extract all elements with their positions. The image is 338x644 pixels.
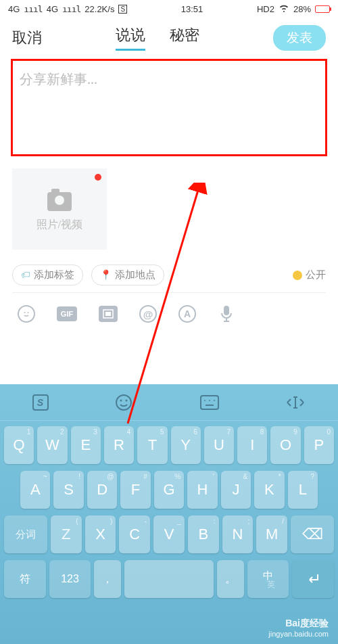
key-x[interactable]: )X <box>85 515 116 553</box>
voice-button[interactable] <box>218 305 235 323</box>
key-w[interactable]: 2W <box>37 426 67 464</box>
notification-dot <box>95 174 101 181</box>
key-f[interactable]: #F <box>120 471 150 509</box>
sim-icon: S <box>118 5 127 14</box>
key-m[interactable]: /M <box>256 515 287 553</box>
keyboard-row-1: 1Q2W3E4R5T6Y7U8I9O0P <box>4 426 334 464</box>
signal-2-icon: ıııl <box>62 4 80 14</box>
key-c[interactable]: -C <box>119 515 150 553</box>
visibility-icon <box>293 271 302 280</box>
key-symbols[interactable]: 符 <box>4 560 46 598</box>
add-tag-button[interactable]: 🏷 添加标签 <box>12 264 83 285</box>
keyboard-emoji-button[interactable] <box>113 392 135 413</box>
svg-rect-3 <box>105 312 111 316</box>
key-s[interactable]: !S <box>53 471 83 509</box>
key-e[interactable]: 3E <box>71 426 101 464</box>
svg-rect-4 <box>224 306 229 315</box>
keyboard-cursor-button[interactable] <box>285 392 306 413</box>
add-tag-label: 添加标签 <box>34 269 74 281</box>
key-language[interactable]: 中 英 <box>247 560 289 598</box>
key-d[interactable]: @D <box>87 471 117 509</box>
hd-indicator: HD2 <box>257 4 274 14</box>
add-location-label: 添加地点 <box>115 269 155 281</box>
key-j[interactable]: &J <box>221 471 251 509</box>
key-segment[interactable]: 分词 <box>4 515 47 553</box>
compose-input[interactable]: 分享新鲜事... <box>11 59 327 156</box>
watermark: Bai度经验 jingyan.baidu.com <box>268 617 329 639</box>
svg-point-10 <box>209 400 210 401</box>
tab-secret[interactable]: 秘密 <box>170 25 199 51</box>
key-enter[interactable] <box>292 560 334 598</box>
template-button[interactable] <box>99 306 118 322</box>
key-u[interactable]: 7U <box>204 426 234 464</box>
key-i[interactable]: 8I <box>237 426 267 464</box>
keyboard-row-4: 符 123 ， 。 中 英 <box>4 560 334 598</box>
gif-button[interactable]: GIF <box>57 306 77 321</box>
svg-point-7 <box>125 399 127 401</box>
svg-point-9 <box>204 400 206 401</box>
key-space[interactable] <box>124 560 214 598</box>
compose-toolbar: GIF @ A <box>0 293 338 334</box>
status-time: 13:51 <box>181 4 203 14</box>
network-2: 4G <box>47 4 58 14</box>
media-row: 照片/视频 <box>0 156 338 250</box>
key-q[interactable]: 1Q <box>4 426 34 464</box>
keyboard-row-2: ~A!S@D#F%G'H&J*K?L <box>4 471 334 509</box>
key-t[interactable]: 5T <box>137 426 167 464</box>
svg-rect-8 <box>201 396 218 409</box>
keyboard-logo[interactable]: S <box>32 394 49 411</box>
status-bar: 4G ıııl 4G ıııl 22.2K/s S 13:51 HD2 28% <box>0 0 338 18</box>
visibility-button[interactable]: 公开 <box>293 269 326 281</box>
key-o[interactable]: 9O <box>270 426 300 464</box>
key-p[interactable]: 0P <box>304 426 334 464</box>
keyboard-layout-button[interactable] <box>199 392 220 413</box>
net-speed: 22.2K/s <box>84 4 114 14</box>
svg-point-6 <box>120 399 122 401</box>
key-a[interactable]: ~A <box>20 471 50 509</box>
publish-button[interactable]: 发表 <box>273 25 326 51</box>
cancel-button[interactable]: 取消 <box>12 28 42 48</box>
wifi-icon <box>279 4 289 14</box>
tag-row: 🏷 添加标签 📍 添加地点 公开 <box>0 250 338 292</box>
network-1: 4G <box>8 4 20 14</box>
key-period[interactable]: 。 <box>217 560 244 598</box>
key-r[interactable]: 4R <box>104 426 134 464</box>
key-g[interactable]: %G <box>154 471 184 509</box>
key-l[interactable]: ?L <box>288 471 318 509</box>
svg-point-5 <box>116 395 131 410</box>
key-z[interactable]: (Z <box>51 515 82 553</box>
emoji-button[interactable] <box>18 305 35 323</box>
tag-icon: 🏷 <box>21 270 30 281</box>
svg-point-0 <box>24 312 26 313</box>
key-h[interactable]: 'H <box>187 471 217 509</box>
add-media-button[interactable]: 照片/视频 <box>12 168 107 250</box>
battery-icon <box>315 5 330 13</box>
header: 取消 说说 秘密 发表 <box>0 18 338 53</box>
camera-icon <box>47 192 72 211</box>
key-k[interactable]: *K <box>254 471 284 509</box>
keyboard: S 1Q2W3E4R5T6Y7U8I9O0P ~A!S@D#F%G'H&J*K?… <box>0 384 338 644</box>
key-y[interactable]: 6Y <box>171 426 201 464</box>
battery-pct: 28% <box>293 4 311 14</box>
svg-point-11 <box>214 400 215 401</box>
add-location-button[interactable]: 📍 添加地点 <box>91 264 164 285</box>
key-b[interactable]: :B <box>188 515 219 553</box>
key-comma[interactable]: ， <box>94 560 121 598</box>
mention-button[interactable]: @ <box>139 305 157 323</box>
text-style-button[interactable]: A <box>178 305 196 323</box>
svg-point-1 <box>28 312 29 313</box>
key-v[interactable]: _V <box>153 515 185 553</box>
tab-shuoshuo[interactable]: 说说 <box>116 25 145 51</box>
key-numbers[interactable]: 123 <box>49 560 91 598</box>
keyboard-row-3: 分词 (Z)X-C_V:B;N/M ⌫ <box>4 515 334 553</box>
location-icon: 📍 <box>100 269 112 281</box>
key-n[interactable]: ;N <box>222 515 254 553</box>
visibility-label: 公开 <box>306 269 326 281</box>
svg-rect-12 <box>206 405 214 406</box>
key-backspace[interactable]: ⌫ <box>291 515 334 553</box>
signal-1-icon: ıııl <box>24 4 42 14</box>
compose-placeholder: 分享新鲜事... <box>20 70 318 89</box>
media-label: 照片/视频 <box>37 218 82 232</box>
